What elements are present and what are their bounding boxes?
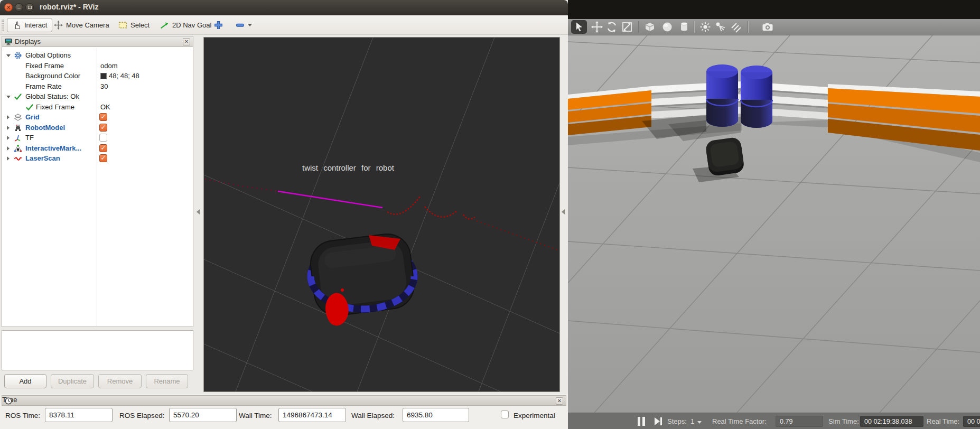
move-camera-tool-button[interactable]: Move Camera bbox=[49, 18, 114, 32]
display-checkbox[interactable]: ✓ bbox=[99, 154, 107, 162]
cursor-arrow-icon bbox=[574, 22, 584, 32]
expander-closed-icon[interactable] bbox=[7, 115, 10, 119]
point-light-icon bbox=[699, 21, 711, 33]
tree-row-background-color[interactable]: Background Color 48; 48; 48 bbox=[2, 71, 193, 81]
blue-cylinder-1[interactable] bbox=[706, 64, 738, 127]
tree-row-fixed-frame[interactable]: Fixed Frame odom bbox=[2, 61, 193, 71]
remove-display-button[interactable]: Remove bbox=[98, 374, 142, 388]
row-value[interactable]: 30 bbox=[100, 82, 108, 90]
tree-row-grid-display[interactable]: Grid ✓ bbox=[2, 112, 193, 123]
remove-tool-button[interactable] bbox=[231, 18, 257, 32]
blue-cylinder-2[interactable] bbox=[741, 66, 772, 128]
insert-box-button[interactable] bbox=[642, 20, 658, 34]
tree-row-global-status[interactable]: Global Status: Ok bbox=[2, 91, 193, 102]
tree-row-laserscan-display[interactable]: LaserScan ✓ bbox=[2, 153, 193, 164]
spot-light-button[interactable] bbox=[713, 20, 729, 34]
ros-time-field[interactable]: 8378.11 bbox=[45, 408, 113, 422]
display-checkbox[interactable]: ✓ bbox=[99, 134, 107, 142]
tree-row-robotmodel-display[interactable]: RobotModel ✓ bbox=[2, 123, 193, 133]
step-button[interactable] bbox=[654, 417, 662, 426]
ros-elapsed-field[interactable]: 5570.20 bbox=[169, 408, 237, 422]
pause-button-bar[interactable] bbox=[642, 417, 645, 426]
directional-light-button[interactable] bbox=[728, 20, 744, 34]
gazebo-toolbar bbox=[568, 19, 980, 35]
splitter-collapse-right-icon[interactable] bbox=[562, 209, 565, 215]
interactive-marker-icon bbox=[14, 144, 22, 153]
displays-close-button[interactable]: ✕ bbox=[183, 38, 190, 45]
wall-time-field[interactable]: 1496867473.14 bbox=[278, 408, 346, 422]
interact-tool-button[interactable]: Interact bbox=[7, 18, 52, 32]
rviz-3d-viewport[interactable]: twist controller for robot bbox=[203, 37, 560, 392]
row-value[interactable]: odom bbox=[100, 62, 118, 70]
robot-model[interactable] bbox=[308, 231, 417, 318]
add-tool-button[interactable] bbox=[209, 18, 228, 32]
display-checkbox[interactable]: ✓ bbox=[99, 144, 107, 152]
robot-model-icon bbox=[14, 124, 22, 132]
displays-panel-header[interactable]: Displays ✕ bbox=[2, 36, 193, 47]
screenshot-button[interactable] bbox=[760, 20, 776, 34]
point-light-button[interactable] bbox=[697, 20, 713, 34]
gazebo-3d-viewport[interactable] bbox=[568, 35, 980, 413]
tree-row-interactive-markers-display[interactable]: InteractiveMark... ✓ bbox=[2, 143, 193, 154]
expander-closed-icon[interactable] bbox=[7, 146, 10, 151]
wall-elapsed-field[interactable]: 6935.80 bbox=[403, 408, 469, 422]
toolbar-grip[interactable] bbox=[2, 20, 4, 31]
screen: ✕ – robot.rviz* - RViz Interact Move Cam… bbox=[0, 0, 980, 429]
barrier-left-orange[interactable] bbox=[568, 86, 651, 135]
grid-display-icon bbox=[14, 113, 22, 122]
display-description-box bbox=[2, 330, 193, 370]
nav-goal-tool-button[interactable]: 2D Nav Goal bbox=[155, 18, 216, 32]
expander-closed-icon[interactable] bbox=[7, 136, 10, 140]
nav-goal-arrow-icon bbox=[160, 21, 169, 30]
monitor-icon bbox=[5, 38, 12, 45]
ros-elapsed-label: ROS Elapsed: bbox=[119, 412, 165, 419]
translate-mode-button[interactable] bbox=[589, 20, 605, 34]
expander-open-icon[interactable] bbox=[6, 96, 11, 98]
rotate-mode-button[interactable] bbox=[604, 20, 620, 34]
insert-cylinder-button[interactable] bbox=[676, 20, 692, 34]
steps-value[interactable]: 1 bbox=[690, 417, 694, 425]
status-ok-check-icon bbox=[14, 92, 22, 101]
minus-icon bbox=[236, 21, 245, 30]
splitter-collapse-left-icon[interactable] bbox=[197, 209, 200, 215]
rename-display-button[interactable]: Rename bbox=[146, 374, 188, 388]
tree-row-global-options[interactable]: Global Options bbox=[2, 50, 193, 61]
sphere-icon bbox=[661, 21, 674, 33]
scale-mode-button[interactable] bbox=[619, 20, 635, 34]
rviz-window: ✕ – robot.rviz* - RViz Interact Move Cam… bbox=[0, 0, 568, 429]
pause-button[interactable] bbox=[638, 417, 640, 426]
tree-row-status-fixed-frame[interactable]: Fixed Frame OK bbox=[2, 102, 193, 113]
color-swatch bbox=[100, 73, 107, 79]
expander-closed-icon[interactable] bbox=[7, 156, 10, 161]
rviz-titlebar[interactable]: ✕ – robot.rviz* - RViz bbox=[0, 0, 568, 15]
time-close-button[interactable]: ✕ bbox=[556, 397, 563, 405]
close-button[interactable]: ✕ bbox=[4, 3, 13, 12]
gazebo-window: Steps: 1 Real Time Factor: 0.79 Sim Time… bbox=[568, 0, 980, 429]
row-label: Global Status: Ok bbox=[25, 92, 79, 100]
gazebo-robot[interactable] bbox=[705, 137, 745, 177]
tree-row-frame-rate[interactable]: Frame Rate 30 bbox=[2, 81, 193, 92]
add-display-button[interactable]: Add bbox=[4, 374, 46, 388]
display-checkbox[interactable]: ✓ bbox=[99, 124, 107, 132]
gazebo-titlebar[interactable] bbox=[568, 0, 980, 19]
tf-axes-icon bbox=[14, 134, 22, 142]
gazebo-3d-scene bbox=[568, 35, 980, 413]
real-time-factor-value: 0.79 bbox=[776, 416, 823, 427]
select-tool-button[interactable]: Select bbox=[114, 18, 154, 32]
select-mode-button[interactable] bbox=[571, 20, 587, 34]
insert-sphere-button[interactable] bbox=[659, 20, 675, 34]
time-panel-header[interactable]: Time ✕ bbox=[2, 395, 566, 406]
experimental-checkbox[interactable] bbox=[501, 411, 509, 418]
check-mark-icon: ✓ bbox=[100, 124, 107, 131]
maximize-button[interactable] bbox=[25, 3, 34, 12]
expander-open-icon[interactable] bbox=[6, 54, 11, 57]
minimize-button[interactable]: – bbox=[15, 3, 23, 12]
check-mark-icon: ✓ bbox=[100, 114, 107, 120]
expander-closed-icon[interactable] bbox=[7, 126, 10, 130]
tree-row-tf-display[interactable]: TF ✓ bbox=[2, 133, 193, 143]
display-checkbox[interactable]: ✓ bbox=[99, 113, 107, 121]
duplicate-display-button[interactable]: Duplicate bbox=[51, 374, 94, 388]
row-value[interactable]: 48; 48; 48 bbox=[100, 72, 139, 80]
window-title: robot.rviz* - RViz bbox=[40, 3, 99, 11]
steps-spinner-caret-icon[interactable] bbox=[697, 421, 702, 424]
